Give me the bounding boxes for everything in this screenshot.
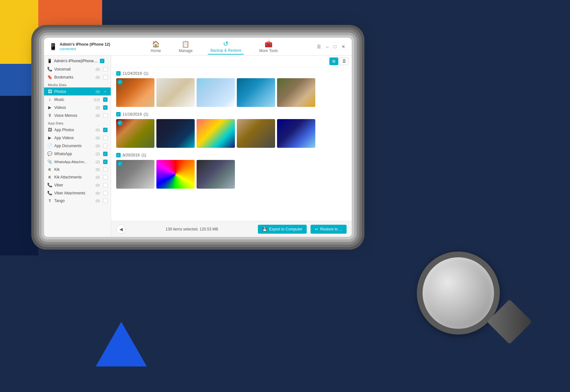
- date-label-0820: 8/20/2019: [123, 153, 139, 157]
- viber-checkbox[interactable]: [103, 183, 108, 187]
- tab-backup-restore[interactable]: ↺ Backup & Restore: [208, 39, 244, 55]
- restore-button[interactable]: ↩ Restore to ...: [311, 225, 347, 234]
- photo-check[interactable]: [117, 79, 123, 85]
- sidebar: 📱 Admin's iPhone(iPhone.... 📞 Voicemail …: [44, 56, 111, 237]
- viber-attach-count: (0): [96, 191, 100, 195]
- device-status: connected: [60, 47, 110, 51]
- device-info: 📱 Admin's iPhone (iPhone 12) connected: [49, 42, 113, 51]
- sidebar-item-voice-memos[interactable]: 🎙 Voice Memos (0): [44, 111, 111, 119]
- minimize-button[interactable]: –: [325, 43, 330, 50]
- sidebar-item-app-photos[interactable]: 🖼 App Photos (6): [44, 126, 111, 134]
- photo-thumb[interactable]: [197, 119, 235, 148]
- export-icon: 💾: [262, 227, 267, 231]
- videos-icon: ▶: [47, 105, 52, 110]
- voice-memos-label: Voice Memos: [54, 113, 94, 118]
- export-label: Export to Computer: [269, 227, 302, 231]
- photo-thumb[interactable]: [156, 160, 195, 189]
- viber-attach-icon: 📞: [47, 191, 52, 195]
- bg-shape-triangle-bottom: [96, 322, 147, 366]
- sidebar-item-voicemail[interactable]: 📞 Voicemail (0): [44, 65, 111, 73]
- magnifier-glass: [417, 252, 500, 335]
- sidebar-item-whatsapp[interactable]: 💬 WhatsApp (2): [44, 150, 111, 158]
- voicemail-checkbox[interactable]: [103, 67, 108, 72]
- close-button[interactable]: ✕: [340, 43, 347, 50]
- bookmarks-checkbox[interactable]: [103, 75, 108, 79]
- sidebar-item-viber-attach[interactable]: 📞 Viber Attachments (0): [44, 189, 111, 197]
- sidebar-item-tango[interactable]: T Tango (0): [44, 197, 111, 205]
- sidebar-item-kik[interactable]: K Kik (0): [44, 166, 111, 173]
- photo-grid-1116: [116, 119, 347, 148]
- kik-attach-checkbox[interactable]: [103, 175, 108, 179]
- sidebar-item-whatsapp-attach[interactable]: 📎 WhatsApp Attachm... (2): [44, 158, 111, 166]
- tab-manage[interactable]: 📋 Manage: [176, 39, 195, 54]
- home-icon: 🏠: [152, 40, 160, 48]
- photo-thumb[interactable]: [277, 119, 315, 148]
- date-group-1116: 11/16/2019 (1): [116, 112, 347, 148]
- app-documents-count: (0): [96, 144, 100, 148]
- whatsapp-checkbox[interactable]: [103, 152, 108, 156]
- app-videos-checkbox[interactable]: [103, 136, 108, 140]
- date-group-0820: 8/20/2019 (1): [116, 153, 347, 189]
- kik-checkbox[interactable]: [103, 167, 108, 172]
- photo-thumb[interactable]: [116, 78, 154, 107]
- photo-thumb[interactable]: [156, 78, 195, 107]
- date-group-checkbox-1124[interactable]: [116, 71, 121, 76]
- whatsapp-attach-count: (2): [96, 160, 100, 164]
- music-checkbox[interactable]: [103, 97, 108, 102]
- photo-thumb[interactable]: [197, 160, 235, 189]
- kik-count: (0): [96, 168, 100, 171]
- voice-memos-checkbox[interactable]: [103, 113, 108, 118]
- sidebar-item-app-documents[interactable]: 📄 App Documents (0): [44, 142, 111, 150]
- sidebar-item-kik-attach[interactable]: K Kik Attachments (0): [44, 173, 111, 181]
- photo-thumb[interactable]: [237, 78, 275, 107]
- prev-button[interactable]: ◀: [116, 224, 126, 234]
- photo-thumb[interactable]: [116, 119, 154, 148]
- app-photos-checkbox[interactable]: [103, 128, 108, 132]
- app-window: 📱 Admin's iPhone (iPhone 12) connected 🏠…: [44, 38, 352, 237]
- restore-icon: ↩: [315, 227, 318, 231]
- photo-thumb[interactable]: [156, 119, 195, 148]
- photo-thumb[interactable]: [237, 119, 275, 148]
- tab-more-tools[interactable]: 🧰 More Tools: [257, 39, 280, 54]
- photos-checkbox[interactable]: [103, 89, 108, 94]
- app-docs-icon: 📄: [47, 143, 52, 148]
- tab-more-tools-label: More Tools: [259, 49, 278, 53]
- date-header-1124: 11/24/2019 (1): [116, 71, 347, 76]
- bottom-bar: ◀ 139 items selected. 120.53 MB 💾 Export…: [111, 221, 352, 237]
- sidebar-item-videos[interactable]: ▶ Videos (2): [44, 103, 111, 111]
- sidebar-item-music[interactable]: ♪ Music (12): [44, 95, 111, 103]
- app-videos-count: (0): [96, 136, 100, 140]
- sidebar-item-bookmarks[interactable]: 🔖 Bookmarks (0): [44, 73, 111, 81]
- main-content: 📱 Admin's iPhone(iPhone.... 📞 Voicemail …: [44, 56, 352, 237]
- nav-tabs: 🏠 Home 📋 Manage ↺ Backup & Restore 🧰 Mor…: [113, 39, 316, 55]
- music-label: Music: [54, 97, 92, 102]
- videos-checkbox[interactable]: [103, 105, 108, 110]
- photo-thumb[interactable]: [116, 160, 154, 189]
- music-count: (12): [94, 98, 100, 102]
- sidebar-item-viber[interactable]: 📞 Viber (0): [44, 181, 111, 189]
- date-group-checkbox-1116[interactable]: [116, 112, 121, 117]
- app-documents-checkbox[interactable]: [103, 144, 108, 148]
- tango-checkbox[interactable]: [103, 199, 108, 203]
- date-group-checkbox-0820[interactable]: [116, 153, 121, 157]
- sidebar-device-checkbox[interactable]: [100, 59, 104, 63]
- photo-check[interactable]: [117, 161, 123, 166]
- whatsapp-attach-checkbox[interactable]: [103, 160, 108, 164]
- maximize-button[interactable]: □: [333, 43, 338, 50]
- bookmarks-label: Bookmarks: [54, 75, 94, 79]
- bookmarks-count: (0): [96, 75, 100, 79]
- photo-check[interactable]: [117, 120, 123, 125]
- window-controls: ☰ – □ ✕: [316, 43, 347, 50]
- menu-button[interactable]: ☰: [316, 43, 322, 50]
- sidebar-item-photos[interactable]: 🖼 Photos (8): [44, 87, 111, 95]
- grid-view-button[interactable]: ⊞: [329, 57, 338, 65]
- sidebar-device-item[interactable]: 📱 Admin's iPhone(iPhone....: [44, 57, 111, 65]
- sidebar-item-app-videos[interactable]: ▶ App Videos (0): [44, 134, 111, 142]
- export-button[interactable]: 💾 Export to Computer: [258, 225, 307, 234]
- tab-backup-label: Backup & Restore: [210, 48, 241, 53]
- tab-home[interactable]: 🏠 Home: [148, 39, 163, 54]
- photo-thumb[interactable]: [197, 78, 235, 107]
- viber-attach-checkbox[interactable]: [103, 191, 108, 195]
- photo-thumb[interactable]: [277, 78, 315, 107]
- list-view-button[interactable]: ☰: [340, 57, 349, 65]
